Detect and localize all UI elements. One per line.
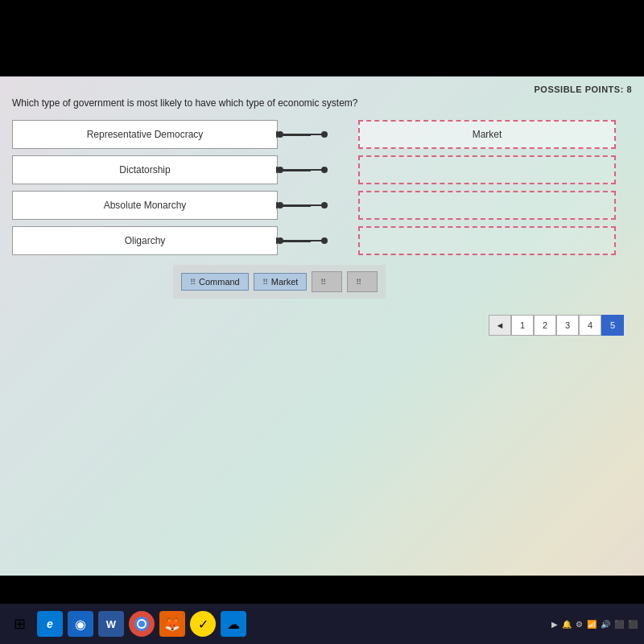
drag-dots-empty1: ⠿ bbox=[320, 278, 326, 287]
svg-point-8 bbox=[321, 202, 328, 208]
taskbar-word-icon[interactable]: W bbox=[98, 611, 124, 637]
svg-point-11 bbox=[321, 237, 328, 244]
taskbar-onedrive-icon[interactable]: ☁ bbox=[221, 611, 246, 637]
right-item-slot4[interactable] bbox=[358, 226, 616, 255]
taskbar-firefox-icon[interactable]: 🦊 bbox=[159, 611, 185, 637]
right-item-market[interactable]: Market bbox=[358, 120, 616, 149]
left-column: Representative Democracy Dictatorship Ab… bbox=[12, 120, 278, 255]
drag-item-empty2[interactable]: ⠿ bbox=[347, 271, 378, 292]
taskbar-ie-icon[interactable]: ◉ bbox=[68, 611, 93, 637]
possible-points-label: POSSIBLE POINTS: 8 bbox=[12, 85, 632, 94]
left-item-abs-monarchy[interactable]: Absolute Monarchy bbox=[12, 191, 278, 220]
drag-item-command[interactable]: ⠿ Command bbox=[181, 273, 249, 291]
svg-point-2 bbox=[321, 131, 328, 138]
pagination-page-2[interactable]: 2 bbox=[534, 315, 556, 336]
pagination-page-4[interactable]: 4 bbox=[579, 315, 601, 336]
pagination-page-3[interactable]: 3 bbox=[556, 315, 579, 336]
pagination: ◄ 1 2 3 4 5 bbox=[12, 315, 624, 336]
taskbar-norton-icon[interactable]: ✓ bbox=[190, 611, 216, 637]
taskbar: ⊞ e ◉ W 🦊 ✓ ☁ ▶ 🔔 ⚙ 📶 🔊 ⬛ ⬛ bbox=[0, 604, 644, 644]
connector-lines bbox=[276, 120, 357, 265]
drag-item-empty1[interactable]: ⠿ bbox=[312, 271, 342, 292]
drag-item-market[interactable]: ⠿ Market bbox=[254, 273, 308, 291]
taskbar-windows-button[interactable]: ⊞ bbox=[6, 611, 32, 637]
taskbar-status-icons: ▶ 🔔 ⚙ 📶 🔊 ⬛ ⬛ bbox=[551, 620, 638, 629]
left-item-rep-dem[interactable]: Representative Democracy bbox=[12, 120, 278, 149]
taskbar-system-tray: ▶ 🔔 ⚙ 📶 🔊 ⬛ ⬛ bbox=[551, 620, 638, 629]
right-column: Market bbox=[358, 120, 616, 255]
drag-dots-command: ⠿ bbox=[190, 278, 196, 287]
matching-activity: Representative Democracy Dictatorship Ab… bbox=[12, 120, 632, 255]
taskbar-edge-icon[interactable]: e bbox=[37, 611, 63, 637]
drag-dots-empty2: ⠿ bbox=[356, 278, 361, 287]
left-item-dictatorship[interactable]: Dictatorship bbox=[12, 155, 278, 184]
right-item-slot3[interactable] bbox=[358, 191, 616, 220]
svg-point-14 bbox=[138, 621, 145, 627]
pagination-page-1[interactable]: 1 bbox=[511, 315, 534, 336]
pagination-page-5[interactable]: 5 bbox=[601, 315, 624, 336]
svg-point-5 bbox=[321, 167, 328, 173]
drag-items-bar: ⠿ Command ⠿ Market ⠿ ⠿ bbox=[173, 265, 386, 299]
pagination-prev[interactable]: ◄ bbox=[489, 315, 511, 336]
drag-dots-market: ⠿ bbox=[262, 278, 268, 287]
question-text: Which type of government is most likely … bbox=[12, 97, 632, 109]
right-item-slot2[interactable] bbox=[358, 155, 616, 184]
taskbar-chrome-icon[interactable] bbox=[129, 611, 155, 637]
left-item-oligarchy[interactable]: Oligarchy bbox=[12, 226, 278, 255]
